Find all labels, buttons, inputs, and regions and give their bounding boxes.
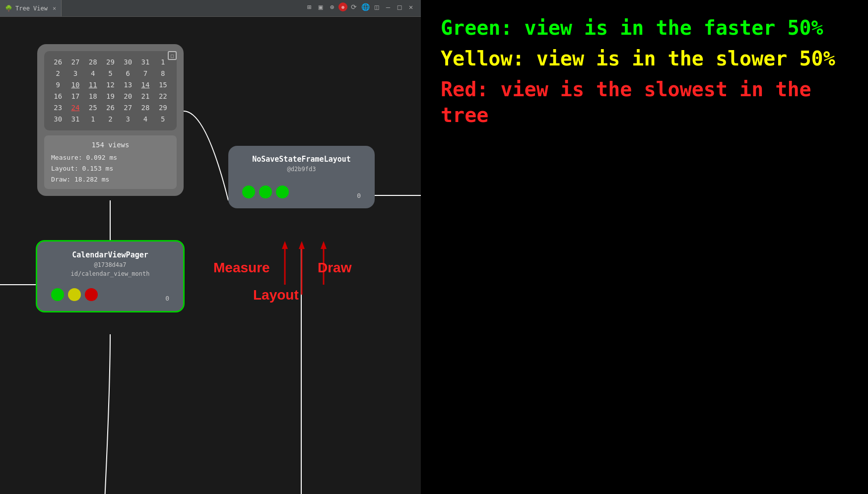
cal-row-0: 26 27 28 29 30 31 1 [49, 57, 172, 67]
toolbar-btn-1[interactable]: ⊞ [304, 2, 314, 12]
cal-cell: 29 [155, 103, 170, 113]
stat-layout: Layout: 0.153 ms [51, 163, 170, 174]
toolbar-btn-2[interactable]: ▣ [316, 2, 326, 12]
tree-view-icon: 🌳 [5, 5, 12, 12]
cal-cell: 17 [68, 91, 83, 102]
dot-draw-frame [276, 185, 289, 198]
frame-node[interactable]: NoSaveStateFrameLayout @d2b9fd3 0 [228, 146, 375, 208]
cal-cell: 21 [138, 91, 153, 102]
calendar-grid: 26 27 28 29 30 31 1 2 3 4 5 6 7 8 9 10 1… [44, 51, 177, 130]
toolbar-btn-7[interactable]: ◫ [372, 2, 382, 12]
measure-arrow-label: Measure [213, 260, 270, 276]
cal-cell: 10 [68, 80, 83, 90]
stat-views: 154 views [51, 139, 170, 151]
cal-cell: 2 [51, 68, 66, 79]
toolbar-btn-close[interactable]: ✕ [406, 2, 416, 12]
pager-node-count: 0 [165, 295, 169, 302]
cal-cell: 7 [138, 68, 153, 79]
svg-marker-3 [299, 241, 305, 249]
toolbar-btn-minimize[interactable]: — [383, 2, 393, 12]
layout-arrow-label: Layout [253, 287, 299, 303]
toolbar-btn-3[interactable]: ⊕ [327, 2, 337, 12]
pager-node-resource: id/calendar_view_month [47, 270, 173, 277]
cal-cell: 27 [68, 57, 83, 67]
toolbar-icons: ⊞ ▣ ⊕ ⊗ ⟳ 🌐 ◫ — □ ✕ [304, 2, 416, 12]
cal-row-2: 9 10 11 12 13 14 15 [49, 80, 172, 90]
cal-cell: 20 [121, 91, 135, 102]
cal-cell: 31 [68, 114, 83, 124]
dot-measure-green [51, 288, 64, 301]
frame-node-count: 0 [357, 192, 361, 199]
frame-node-id: @d2b9fd3 [238, 166, 365, 173]
dot-draw-red [85, 288, 98, 301]
cal-row-4: 23 24 25 26 27 28 29 [49, 103, 172, 113]
cal-cell: 16 [51, 91, 66, 102]
canvas-area: □ 26 27 28 29 30 31 1 2 3 4 5 6 7 8 [0, 17, 421, 494]
cal-cell: 28 [85, 57, 100, 67]
cal-cell-highlighted: 24 [68, 103, 83, 113]
cal-cell: 26 [103, 103, 118, 113]
cal-row-5: 30 31 1 2 3 4 5 [49, 114, 172, 124]
cal-cell: 5 [155, 114, 170, 124]
cal-cell: 28 [138, 103, 153, 113]
cal-cell: 31 [138, 57, 153, 67]
tab-label: Tree View [15, 5, 48, 12]
cal-row-1: 2 3 4 5 6 7 8 [49, 68, 172, 79]
toolbar-btn-maximize[interactable]: □ [395, 2, 404, 12]
dot-measure-frame [242, 185, 255, 198]
pager-dots-row: 0 [47, 285, 173, 304]
cal-cell: 3 [68, 68, 83, 79]
pager-node[interactable]: CalendarViewPager @1738d4a7 id/calendar_… [36, 240, 185, 312]
cal-cell: 9 [51, 80, 66, 90]
cal-cell: 23 [51, 103, 66, 113]
pager-node-id: @1738d4a7 [47, 261, 173, 268]
cal-cell: 29 [103, 57, 118, 67]
expand-icon[interactable]: □ [168, 51, 177, 60]
cal-cell: 30 [51, 114, 66, 124]
tab-close-button[interactable]: × [53, 5, 56, 12]
cal-cell: 13 [121, 80, 135, 90]
svg-marker-5 [321, 241, 327, 249]
dot-layout-yellow [68, 288, 81, 301]
cal-cell: 8 [155, 68, 170, 79]
cal-cell: 1 [85, 114, 100, 124]
cal-cell: 18 [85, 91, 100, 102]
cal-cell: 27 [121, 103, 135, 113]
toolbar-btn-5[interactable]: ⟳ [349, 2, 359, 12]
cal-cell: 4 [85, 68, 100, 79]
legend-green-text: Green: view is in the faster 50% [441, 15, 848, 41]
legend-panel: Green: view is in the faster 50% Yellow:… [421, 0, 868, 494]
tab-bar: 🌳 Tree View × ⊞ ▣ ⊕ ⊗ ⟳ 🌐 ◫ — □ ✕ [0, 0, 421, 17]
dot-layout-frame [259, 185, 272, 198]
cal-cell: 30 [121, 57, 135, 67]
cal-cell: 19 [103, 91, 118, 102]
frame-dots-row: 0 [238, 183, 365, 201]
stat-draw: Draw: 18.282 ms [51, 174, 170, 185]
cal-cell: 15 [155, 80, 170, 90]
frame-node-title: NoSaveStateFrameLayout [238, 155, 365, 164]
toolbar-btn-4[interactable]: ⊗ [338, 2, 347, 11]
cal-cell: 11 [85, 80, 100, 90]
tab-item[interactable]: 🌳 Tree View × [0, 0, 62, 16]
svg-marker-1 [282, 241, 288, 249]
draw-arrow-label: Draw [318, 260, 351, 276]
pager-node-title: CalendarViewPager [47, 250, 173, 259]
toolbar-btn-6[interactable]: 🌐 [360, 2, 370, 12]
cal-cell: 6 [121, 68, 135, 79]
cal-cell: 2 [103, 114, 118, 124]
stat-measure: Measure: 0.092 ms [51, 152, 170, 163]
cal-cell: 26 [51, 57, 66, 67]
cal-cell: 5 [103, 68, 118, 79]
calendar-node: □ 26 27 28 29 30 31 1 2 3 4 5 6 7 8 [37, 44, 184, 196]
legend-red-text: Red: view is the slowest in the tree [441, 76, 848, 128]
cal-cell: 3 [121, 114, 135, 124]
cal-cell: 12 [103, 80, 118, 90]
legend-yellow-text: Yellow: view is in the slower 50% [441, 46, 848, 71]
cal-cell: 4 [138, 114, 153, 124]
cal-cell: 14 [138, 80, 153, 90]
cal-cell: 25 [85, 103, 100, 113]
cal-row-3: 16 17 18 19 20 21 22 [49, 91, 172, 102]
calendar-stats: 154 views Measure: 0.092 ms Layout: 0.15… [44, 135, 177, 189]
cal-cell: 22 [155, 91, 170, 102]
